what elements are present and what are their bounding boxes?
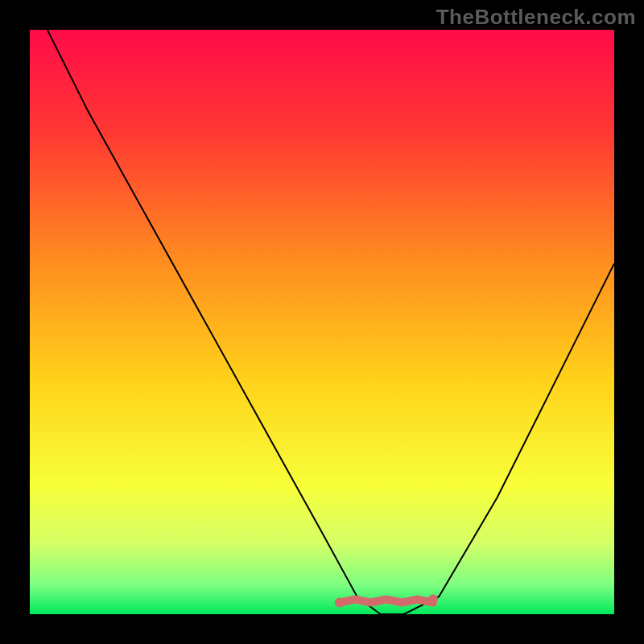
optimal-range-marker <box>340 600 433 603</box>
plot-background <box>30 30 614 614</box>
bottleneck-chart <box>0 0 644 644</box>
optimal-range-end-dot <box>428 594 438 604</box>
optimal-range-start-dot <box>335 597 345 607</box>
chart-frame: TheBottleneck.com <box>0 0 644 644</box>
